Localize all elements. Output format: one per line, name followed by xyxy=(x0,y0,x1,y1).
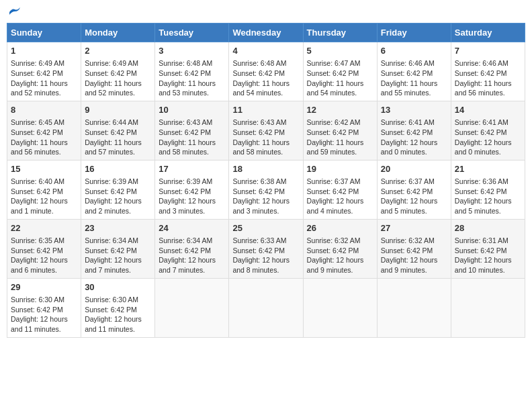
calendar-week-3: 15Sunrise: 6:40 AMSunset: 6:42 PMDayligh… xyxy=(7,160,525,219)
day-number: 5 xyxy=(307,45,373,57)
weekday-header-tuesday: Tuesday xyxy=(155,24,229,42)
day-cell-5: 5Sunrise: 6:47 AMSunset: 6:42 PMDaylight… xyxy=(303,42,377,101)
day-number: 20 xyxy=(381,163,447,175)
day-cell-16: 16Sunrise: 6:39 AMSunset: 6:42 PMDayligh… xyxy=(81,160,155,219)
day-cell-7: 7Sunrise: 6:46 AMSunset: 6:42 PMDaylight… xyxy=(451,42,525,101)
day-number: 14 xyxy=(455,104,521,116)
calendar-week-5: 29Sunrise: 6:30 AMSunset: 6:42 PMDayligh… xyxy=(7,278,525,337)
weekday-header-sunday: Sunday xyxy=(7,24,81,42)
weekday-header-wednesday: Wednesday xyxy=(229,24,303,42)
day-cell-18: 18Sunrise: 6:38 AMSunset: 6:42 PMDayligh… xyxy=(229,160,303,219)
day-cell-17: 17Sunrise: 6:39 AMSunset: 6:42 PMDayligh… xyxy=(155,160,229,219)
day-cell-3: 3Sunrise: 6:48 AMSunset: 6:42 PMDaylight… xyxy=(155,42,229,101)
day-number: 26 xyxy=(307,222,373,234)
day-number: 19 xyxy=(307,163,373,175)
day-cell-12: 12Sunrise: 6:42 AMSunset: 6:42 PMDayligh… xyxy=(303,101,377,160)
day-number: 22 xyxy=(11,222,77,234)
day-number: 3 xyxy=(159,45,225,57)
day-number: 10 xyxy=(159,104,225,116)
day-number: 7 xyxy=(455,45,521,57)
day-cell-22: 22Sunrise: 6:35 AMSunset: 6:42 PMDayligh… xyxy=(7,219,81,278)
day-number: 6 xyxy=(381,45,447,57)
day-cell-30: 30Sunrise: 6:30 AMSunset: 6:42 PMDayligh… xyxy=(81,278,155,337)
day-number: 21 xyxy=(455,163,521,175)
day-cell-20: 20Sunrise: 6:37 AMSunset: 6:42 PMDayligh… xyxy=(377,160,451,219)
day-number: 30 xyxy=(85,281,151,293)
day-cell-4: 4Sunrise: 6:48 AMSunset: 6:42 PMDaylight… xyxy=(229,42,303,101)
day-number: 25 xyxy=(232,222,299,234)
day-cell-14: 14Sunrise: 6:41 AMSunset: 6:42 PMDayligh… xyxy=(451,101,525,160)
day-number: 27 xyxy=(381,222,447,234)
day-cell-2: 2Sunrise: 6:49 AMSunset: 6:42 PMDaylight… xyxy=(81,42,155,101)
day-number: 24 xyxy=(159,222,225,234)
day-cell-29: 29Sunrise: 6:30 AMSunset: 6:42 PMDayligh… xyxy=(7,278,81,337)
day-cell-10: 10Sunrise: 6:43 AMSunset: 6:42 PMDayligh… xyxy=(155,101,229,160)
calendar-week-4: 22Sunrise: 6:35 AMSunset: 6:42 PMDayligh… xyxy=(7,219,525,278)
day-number: 16 xyxy=(85,163,151,175)
calendar-week-1: 1Sunrise: 6:49 AMSunset: 6:42 PMDaylight… xyxy=(7,42,525,101)
empty-cell xyxy=(155,278,229,337)
day-cell-8: 8Sunrise: 6:45 AMSunset: 6:42 PMDaylight… xyxy=(7,101,81,160)
day-cell-13: 13Sunrise: 6:41 AMSunset: 6:42 PMDayligh… xyxy=(377,101,451,160)
weekday-header-saturday: Saturday xyxy=(451,24,525,42)
calendar-header-row: SundayMondayTuesdayWednesdayThursdayFrid… xyxy=(7,24,525,42)
day-cell-9: 9Sunrise: 6:44 AMSunset: 6:42 PMDaylight… xyxy=(81,101,155,160)
day-number: 17 xyxy=(159,163,225,175)
day-number: 12 xyxy=(307,104,373,116)
empty-cell xyxy=(451,278,525,337)
day-number: 4 xyxy=(232,45,299,57)
empty-cell xyxy=(303,278,377,337)
day-cell-21: 21Sunrise: 6:36 AMSunset: 6:42 PMDayligh… xyxy=(451,160,525,219)
day-cell-24: 24Sunrise: 6:34 AMSunset: 6:42 PMDayligh… xyxy=(155,219,229,278)
day-cell-28: 28Sunrise: 6:31 AMSunset: 6:42 PMDayligh… xyxy=(451,219,525,278)
weekday-header-friday: Friday xyxy=(377,24,451,42)
day-cell-25: 25Sunrise: 6:33 AMSunset: 6:42 PMDayligh… xyxy=(229,219,303,278)
day-cell-26: 26Sunrise: 6:32 AMSunset: 6:42 PMDayligh… xyxy=(303,219,377,278)
day-cell-27: 27Sunrise: 6:32 AMSunset: 6:42 PMDayligh… xyxy=(377,219,451,278)
empty-cell xyxy=(377,278,451,337)
empty-cell xyxy=(229,278,303,337)
day-number: 15 xyxy=(11,163,77,175)
day-cell-15: 15Sunrise: 6:40 AMSunset: 6:42 PMDayligh… xyxy=(7,160,81,219)
calendar-week-2: 8Sunrise: 6:45 AMSunset: 6:42 PMDaylight… xyxy=(7,101,525,160)
weekday-header-monday: Monday xyxy=(81,24,155,42)
day-cell-11: 11Sunrise: 6:43 AMSunset: 6:42 PMDayligh… xyxy=(229,101,303,160)
logo xyxy=(7,7,21,17)
logo-bird-icon xyxy=(8,7,21,17)
day-cell-23: 23Sunrise: 6:34 AMSunset: 6:42 PMDayligh… xyxy=(81,219,155,278)
calendar-table: SundayMondayTuesdayWednesdayThursdayFrid… xyxy=(7,23,525,338)
weekday-header-thursday: Thursday xyxy=(303,24,377,42)
day-number: 8 xyxy=(11,104,77,116)
day-cell-19: 19Sunrise: 6:37 AMSunset: 6:42 PMDayligh… xyxy=(303,160,377,219)
day-cell-6: 6Sunrise: 6:46 AMSunset: 6:42 PMDaylight… xyxy=(377,42,451,101)
day-number: 11 xyxy=(232,104,299,116)
day-number: 29 xyxy=(11,281,77,293)
page-header xyxy=(7,7,525,17)
day-number: 1 xyxy=(11,45,77,57)
day-number: 23 xyxy=(85,222,151,234)
day-number: 13 xyxy=(381,104,447,116)
day-number: 9 xyxy=(85,104,151,116)
day-cell-1: 1Sunrise: 6:49 AMSunset: 6:42 PMDaylight… xyxy=(7,42,81,101)
day-number: 18 xyxy=(232,163,299,175)
day-number: 28 xyxy=(455,222,521,234)
day-number: 2 xyxy=(85,45,151,57)
